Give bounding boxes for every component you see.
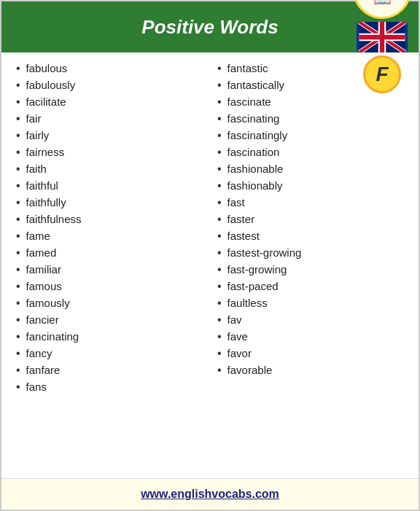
left-column: fabulousfabulouslyfacilitatefairfairlyfa… [9, 60, 210, 471]
list-item: fabulously [16, 77, 203, 93]
page-title: Positive Words [16, 16, 404, 39]
footer: www.englishvocabs.com [1, 478, 419, 510]
list-item: fascinating [217, 110, 404, 127]
list-item: fancier [16, 311, 203, 328]
content-area: fabulousfabulouslyfacilitatefairfairlyfa… [1, 52, 419, 478]
list-item: fashionable [217, 160, 404, 177]
list-item: familiar [16, 261, 203, 278]
list-item: favorable [217, 362, 404, 378]
list-item: fancinating [16, 328, 203, 345]
list-item: fancy [16, 345, 203, 362]
list-item: faster [217, 211, 404, 227]
list-item: fairness [16, 144, 203, 160]
book-icon: 📖 [373, 0, 392, 7]
list-item: famed [16, 244, 203, 261]
uk-flag-icon [357, 22, 408, 52]
list-item: fastest-growing [217, 244, 404, 261]
list-item: fast [217, 194, 404, 211]
list-item: fashionably [217, 177, 404, 194]
list-item: fascination [217, 144, 404, 160]
list-item: facilitate [16, 93, 203, 110]
list-item: fascinatingly [217, 127, 404, 144]
list-item: fascinate [217, 93, 404, 110]
list-item: fame [16, 227, 203, 244]
list-item: faithfully [16, 194, 203, 211]
list-item: favor [217, 345, 404, 362]
list-item: faultless [217, 294, 404, 311]
list-item: fanfare [16, 362, 203, 378]
list-item: faithful [16, 177, 203, 194]
list-item: fast-paced [217, 278, 404, 294]
logo-circle: EnglishVocabs.Com 📖 [353, 0, 411, 19]
list-item: fans [16, 378, 203, 395]
list-item: famous [16, 278, 203, 294]
list-item: famously [16, 294, 203, 311]
list-item: faithfulness [16, 211, 203, 227]
right-column: fantasticfantasticallyfascinatefascinati… [210, 60, 411, 471]
header: Positive Words EnglishVocabs.Com 📖 F [1, 1, 419, 52]
left-word-list: fabulousfabulouslyfacilitatefairfairlyfa… [16, 60, 203, 395]
website-link[interactable]: www.englishvocabs.com [141, 488, 279, 500]
list-item: fav [217, 311, 404, 328]
list-item: fairly [16, 127, 203, 144]
list-item: fair [16, 110, 203, 127]
list-item: faith [16, 160, 203, 177]
list-item: fave [217, 328, 404, 345]
card: Positive Words EnglishVocabs.Com 📖 F [0, 0, 420, 511]
list-item: fabulous [16, 60, 203, 77]
right-word-list: fantasticfantasticallyfascinatefascinati… [217, 60, 404, 378]
letter-f-badge: F [363, 55, 401, 93]
list-item: fastest [217, 227, 404, 244]
list-item: fast-growing [217, 261, 404, 278]
header-badge: EnglishVocabs.Com 📖 F [353, 0, 411, 93]
